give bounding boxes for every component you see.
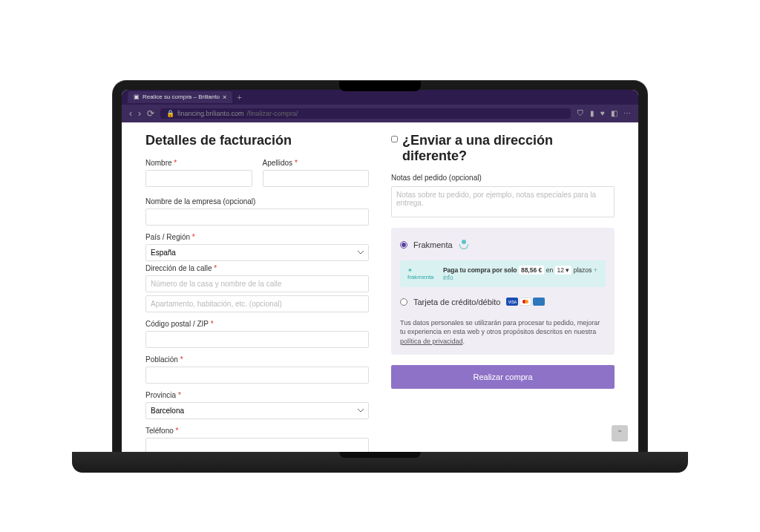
close-icon[interactable]: × [223,93,226,101]
last-name-label: Apellidos * [263,159,370,167]
frakmenta-mini-logo: ✶ frakmenta [407,267,439,280]
place-order-button[interactable]: Realizar compra [391,365,615,389]
frakmenta-radio[interactable] [400,241,407,249]
back-button[interactable]: ‹ [129,108,132,119]
screen: ▣ Realice su compra – Brilianto × + ‹ › … [122,90,638,452]
billing-column: Detalles de facturación Nombre * Apellid… [145,133,369,441]
browser-tab[interactable]: ▣ Realice su compra – Brilianto × [128,91,232,103]
laptop-base [72,452,688,473]
heart-icon[interactable]: ♥ [600,109,605,117]
visa-icon: VISA [506,298,518,306]
scroll-to-top-button[interactable]: ⌃ [612,425,628,441]
plazos-select[interactable]: 12 ▾ [555,266,572,275]
lock-icon: 🔒 [166,110,174,117]
ship-different-heading: ¿Enviar a una dirección diferente? [402,133,615,165]
banner-amount: 88,56 € [519,266,544,275]
browser-nav-bar: ‹ › ⟳ 🔒 financing.brilianto.com/finaliza… [122,105,638,122]
billing-heading: Detalles de facturación [145,133,369,148]
zip-label: Código postal / ZIP * [145,320,369,328]
province-select[interactable]: Barcelona [145,402,369,419]
browser-tab-bar: ▣ Realice su compra – Brilianto × + [122,90,638,105]
frakmenta-label: Frakmenta [413,240,453,249]
forward-button[interactable]: › [138,108,141,119]
payment-methods-box: Frakmenta ✶ frakmenta Paga tu compra por… [391,228,615,355]
mastercard-icon [520,298,531,306]
province-label: Provincia * [145,391,369,399]
tab-favicon: ▣ [134,93,140,100]
ship-different-row: ¿Enviar a una dirección diferente? [391,133,615,165]
shipping-payment-column: ¿Enviar a una dirección diferente? Notas… [391,133,615,441]
company-label: Nombre de la empresa (opcional) [145,197,369,206]
order-notes-label: Notas del pedido (opcional) [391,174,615,182]
url-host: financing.brilianto.com [177,110,244,117]
last-name-input[interactable] [263,170,370,187]
url-path: /finalizar-compra/ [247,110,298,117]
payment-option-frakmenta[interactable]: Frakmenta [400,237,606,253]
privacy-link[interactable]: política de privacidad [400,338,463,345]
country-label: País / Región * [145,233,369,241]
tab-title: Realice su compra – Brilianto [142,93,220,100]
card-radio[interactable] [400,298,407,306]
street-label: Dirección de la calle * [145,264,369,272]
card-label: Tarjeta de crédito/débito [413,298,500,306]
city-label: Población * [145,355,369,364]
sidebar-icon[interactable]: ◧ [611,109,618,117]
privacy-notice: Tus datos personales se utilizarán para … [400,318,606,347]
ship-different-checkbox[interactable] [391,136,398,142]
page-content: Detalles de facturación Nombre * Apellid… [122,122,638,452]
phone-label: Teléfono * [145,427,369,435]
frakmenta-banner: ✶ frakmenta Paga tu compra por solo 88,5… [400,260,606,287]
street-input-2[interactable] [145,295,369,312]
order-notes-input[interactable] [391,186,615,217]
shield-icon[interactable]: ⛉ [577,109,584,117]
amex-icon [533,298,545,306]
laptop-frame: ▣ Realice su compra – Brilianto × + ‹ › … [113,81,647,452]
card-icons: VISA [506,298,545,306]
first-name-label: Nombre * [145,159,252,167]
new-tab-button[interactable]: + [237,93,241,102]
reload-button[interactable]: ⟳ [147,108,154,119]
company-input[interactable] [145,208,369,226]
frakmenta-icon [459,240,469,250]
laptop-notch [339,81,421,91]
city-input[interactable] [145,367,369,384]
browser-actions: ⛉ ▮ ♥ ◧ ⋯ [577,109,631,117]
url-bar[interactable]: 🔒 financing.brilianto.com/finalizar-comp… [160,108,571,119]
payment-option-card[interactable]: Tarjeta de crédito/débito VISA [400,295,606,309]
laptop-base-notch [339,452,421,458]
extension-icon[interactable]: ▮ [590,109,594,117]
country-select[interactable]: España [145,244,369,261]
phone-input[interactable] [145,438,369,452]
zip-input[interactable] [145,331,369,348]
street-input-1[interactable] [145,275,369,292]
first-name-input[interactable] [145,170,252,187]
menu-icon[interactable]: ⋯ [623,109,631,117]
